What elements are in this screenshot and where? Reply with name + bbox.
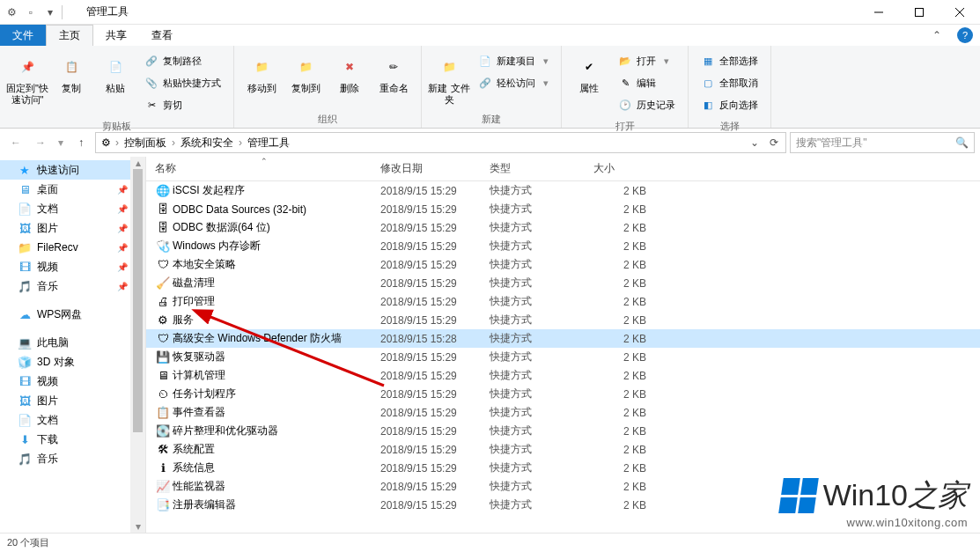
file-icon: ℹ	[155, 461, 171, 475]
file-row[interactable]: ⏲任务计划程序2018/9/15 15:29快捷方式2 KB	[146, 385, 980, 403]
select-all-button[interactable]: ▦全部选择	[697, 51, 762, 70]
sidebar-item[interactable]: 🎞视频📌	[0, 257, 145, 276]
select-none-button[interactable]: ▢全部取消	[697, 73, 762, 92]
history-button[interactable]: 🕑历史记录	[615, 95, 679, 114]
file-row[interactable]: 🩺Windows 内存诊断2018/9/15 15:29快捷方式2 KB	[146, 237, 980, 255]
file-row[interactable]: 💾恢复驱动器2018/9/15 15:29快捷方式2 KB	[146, 348, 980, 366]
col-size[interactable]: 大小	[593, 161, 664, 176]
delete-button[interactable]: ✖删除	[328, 49, 372, 94]
paste-button[interactable]: 📄粘贴	[93, 49, 137, 94]
group-label: 组织	[234, 113, 421, 128]
qat-dropdown-icon[interactable]: ▾	[42, 4, 58, 20]
new-folder-button[interactable]: 📁新建 文件夹	[427, 49, 471, 106]
sidebar-item[interactable]: 🖥桌面📌	[0, 180, 145, 199]
sidebar-item[interactable]: ⬇下载	[0, 430, 145, 449]
file-row[interactable]: 📈性能监视器2018/9/15 15:29快捷方式2 KB	[146, 477, 980, 496]
sidebar-item[interactable]: 🎵音乐📌	[0, 276, 145, 296]
address-bar[interactable]: ⚙ › 控制面板 › 系统和安全 › 管理工具 ⌄ ⟳	[95, 132, 786, 153]
ribbon-collapse-icon[interactable]: ⌃	[924, 25, 950, 46]
file-date: 2018/9/15 15:29	[380, 203, 490, 216]
breadcrumb-seg[interactable]: 控制面板	[121, 136, 170, 151]
sidebar-item[interactable]: 📄文档📌	[0, 199, 145, 218]
chevron-right-icon[interactable]: ›	[237, 136, 244, 149]
breadcrumb-seg[interactable]: 管理工具	[244, 136, 293, 151]
file-row[interactable]: ℹ系统信息2018/9/15 15:29快捷方式2 KB	[146, 459, 980, 477]
pin-quick-access-button[interactable]: 📌固定到"快 速访问"	[5, 49, 49, 106]
scrollbar[interactable]: ▴ ▾	[130, 157, 145, 533]
file-row[interactable]: 🛡本地安全策略2018/9/15 15:29快捷方式2 KB	[146, 255, 980, 274]
rename-button[interactable]: ✏重命名	[372, 49, 416, 94]
tab-view[interactable]: 查看	[139, 25, 185, 46]
cloud-icon: ☁	[18, 307, 32, 321]
qat-icon[interactable]: ▫	[23, 4, 39, 20]
file-type: 快捷方式	[490, 220, 593, 235]
maximize-button[interactable]	[899, 0, 939, 25]
sidebar-item[interactable]: 🖼图片	[0, 391, 145, 410]
file-row[interactable]: ⚙服务2018/9/15 15:29快捷方式2 KB	[146, 311, 980, 329]
file-row[interactable]: 🛠系统配置2018/9/15 15:29快捷方式2 KB	[146, 440, 980, 459]
file-size: 2 KB	[593, 203, 664, 216]
file-type: 快捷方式	[490, 386, 593, 401]
sidebar-item[interactable]: 🎞视频	[0, 372, 145, 391]
qat-icon[interactable]: ⚙	[4, 4, 19, 20]
forward-button[interactable]: →	[30, 132, 51, 153]
sidebar-item[interactable]: 🖼图片📌	[0, 218, 145, 238]
sidebar-item-label: 快速访问	[37, 163, 79, 178]
properties-button[interactable]: ✔属性	[567, 49, 611, 94]
search-input[interactable]: 搜索"管理工具" 🔍	[790, 132, 975, 153]
new-item-button[interactable]: 📄新建项目▾	[475, 51, 552, 70]
file-size: 2 KB	[593, 481, 664, 493]
file-row[interactable]: 🧹磁盘清理2018/9/15 15:29快捷方式2 KB	[146, 274, 980, 292]
col-type[interactable]: 类型	[490, 161, 593, 176]
addr-dropdown-icon[interactable]: ⌄	[745, 136, 764, 149]
chevron-right-icon[interactable]: ›	[170, 136, 177, 149]
file-row[interactable]: 🖥计算机管理2018/9/15 15:29快捷方式2 KB	[146, 366, 980, 385]
file-row[interactable]: 🛡高级安全 Windows Defender 防火墙2018/9/15 15:2…	[146, 329, 980, 348]
edit-button[interactable]: ✎编辑	[615, 73, 679, 92]
back-button[interactable]: ←	[5, 132, 26, 153]
cut-button[interactable]: ✂剪切	[141, 95, 225, 114]
sidebar-item[interactable]: 📄文档	[0, 410, 145, 430]
file-row[interactable]: 📑注册表编辑器2018/9/15 15:29快捷方式2 KB	[146, 496, 980, 514]
col-name[interactable]: 名称	[155, 161, 380, 176]
sidebar-item[interactable]: 📁FileRecv📌	[0, 238, 145, 257]
up-button[interactable]: ↑	[70, 132, 92, 153]
file-row[interactable]: 🗄ODBC 数据源(64 位)2018/9/15 15:29快捷方式2 KB	[146, 218, 980, 237]
file-row[interactable]: 🗄ODBC Data Sources (32-bit)2018/9/15 15:…	[146, 200, 980, 218]
file-row[interactable]: 💽碎片整理和优化驱动器2018/9/15 15:29快捷方式2 KB	[146, 422, 980, 440]
file-size: 2 KB	[593, 407, 664, 419]
file-row[interactable]: 🌐iSCSI 发起程序2018/9/15 15:29快捷方式2 KB	[146, 181, 980, 200]
breadcrumb-seg[interactable]: 系统和安全	[177, 136, 237, 151]
sidebar-item[interactable]: 🎵音乐	[0, 449, 145, 468]
close-button[interactable]	[939, 0, 980, 25]
paste-shortcut-button[interactable]: 📎粘贴快捷方式	[141, 73, 225, 92]
copy-path-button[interactable]: 🔗复制路径	[141, 51, 225, 70]
move-to-button[interactable]: 📁移动到	[239, 49, 284, 94]
tab-share[interactable]: 共享	[93, 25, 139, 46]
recent-dropdown[interactable]: ▾	[55, 132, 67, 153]
file-row[interactable]: 🖨打印管理2018/9/15 15:29快捷方式2 KB	[146, 292, 980, 311]
copy-button[interactable]: 📋复制	[49, 49, 93, 94]
search-icon[interactable]: 🔍	[955, 136, 969, 149]
minimize-button[interactable]	[858, 0, 899, 25]
col-date[interactable]: 修改日期	[380, 161, 490, 176]
sidebar-item[interactable]: ★快速访问	[0, 160, 145, 180]
tab-home[interactable]: 主页	[46, 25, 93, 46]
easy-access-button[interactable]: 🔗轻松访问▾	[475, 73, 552, 92]
sidebar-item[interactable]: 💻此电脑	[0, 333, 145, 352]
file-icon: 🩺	[155, 239, 171, 254]
invert-selection-button[interactable]: ◧反向选择	[697, 95, 762, 114]
file-row[interactable]: 📋事件查看器2018/9/15 15:29快捷方式2 KB	[146, 403, 980, 422]
copy-to-button[interactable]: 📁复制到	[284, 49, 328, 94]
file-icon: 📈	[155, 480, 171, 494]
file-date: 2018/9/15 15:29	[380, 444, 490, 456]
chevron-right-icon[interactable]: ›	[114, 136, 121, 149]
tab-file[interactable]: 文件	[0, 25, 46, 46]
column-headers[interactable]: ⌃ 名称 修改日期 类型 大小	[146, 157, 980, 181]
help-icon[interactable]: ?	[957, 27, 973, 43]
sidebar-item-label: 音乐	[37, 452, 58, 467]
sidebar-item[interactable]: ☁WPS网盘	[0, 305, 145, 324]
open-button[interactable]: 📂打开▾	[615, 51, 679, 70]
refresh-icon[interactable]: ⟳	[764, 136, 784, 149]
sidebar-item[interactable]: 🧊3D 对象	[0, 352, 145, 372]
